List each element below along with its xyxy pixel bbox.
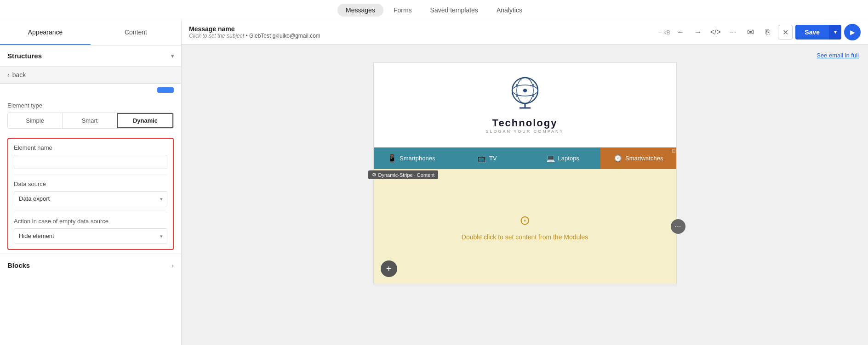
see-email-link[interactable]: See email in full	[191, 52, 859, 59]
message-subject: Click to set the subject • GlebTest gklu…	[189, 33, 655, 39]
content-area: Message name Click to set the subject • …	[182, 20, 868, 345]
sidebar: Appearance Content Structures ▾ ‹ back E…	[0, 20, 182, 345]
message-name-label: Message name	[189, 25, 655, 33]
send-test-button[interactable]: ✉	[743, 25, 758, 40]
logo-text: Technology	[383, 117, 667, 129]
blocks-label: Blocks	[7, 261, 30, 269]
click-subject-text[interactable]: Click to set the subject	[189, 33, 244, 39]
structures-label: Structures	[7, 52, 42, 60]
blocks-section-header[interactable]: Blocks ›	[0, 254, 181, 277]
type-dynamic-button[interactable]: Dynamic	[117, 113, 173, 128]
data-source-select[interactable]: Data export	[14, 191, 167, 206]
email-logo-section: Technology SLOGAN YOUR COMPANY	[374, 63, 676, 147]
code-button[interactable]: </>	[708, 25, 723, 40]
svg-point-7	[532, 84, 534, 86]
type-simple-button[interactable]: Simple	[8, 113, 63, 128]
laptops-label: Laptops	[558, 155, 579, 162]
nav-item-smartwatches[interactable]: ⌚ Smartwatches ⊡	[600, 147, 676, 169]
element-type-buttons: Simple Smart Dynamic	[7, 113, 174, 129]
element-type-section: Element type Simple Smart Dynamic	[0, 96, 181, 134]
sender-text: GlebTest gkluiko@gmail.com	[249, 33, 320, 39]
sidebar-tabs: Appearance Content	[0, 20, 181, 45]
structures-section-header[interactable]: Structures ▾	[0, 45, 181, 67]
dynamic-badge-text: Dynamic-Stripe · Content	[378, 172, 435, 178]
laptops-icon: 💻	[546, 154, 555, 163]
svg-point-9	[532, 95, 534, 97]
copy-button[interactable]: ⎘	[760, 25, 775, 40]
partial-blue-button[interactable]	[157, 87, 174, 93]
canvas-area: See email in full	[182, 45, 868, 345]
top-navigation: Messages Forms Saved templates Analytics	[0, 0, 868, 20]
email-content-placeholder[interactable]: ⊙ Double click to set content from the M…	[374, 169, 676, 284]
action-empty-wrap: Hide element ▾	[14, 228, 167, 243]
svg-point-6	[516, 84, 518, 86]
tab-messages[interactable]: Messages	[337, 4, 383, 17]
tab-forms[interactable]: Forms	[385, 4, 420, 17]
action-empty-label: Action in case of empty data source	[14, 218, 167, 225]
logo-image	[507, 77, 543, 113]
main-layout: Appearance Content Structures ▾ ‹ back E…	[0, 20, 868, 345]
undo-button[interactable]: ←	[673, 25, 688, 40]
back-label: back	[12, 71, 26, 79]
save-button-group: Save ▾	[795, 25, 841, 40]
action-empty-select[interactable]: Hide element	[14, 228, 167, 243]
smartphones-label: Smartphones	[400, 155, 435, 162]
email-preview: Technology SLOGAN YOUR COMPANY 📱 Smartph…	[373, 62, 677, 284]
content-placeholder-text: Double click to set content from the Mod…	[462, 233, 588, 241]
add-fab-button[interactable]: +	[381, 260, 397, 277]
cursor-icon: ⊙	[520, 213, 530, 228]
nav-item-tv[interactable]: 📺 TV	[449, 147, 525, 169]
play-button[interactable]: ▶	[844, 24, 861, 40]
nav-strip-wrap: 📱 Smartphones 📺 TV 💻 Laptops	[374, 147, 676, 169]
email-nav-strip: 📱 Smartphones 📺 TV 💻 Laptops	[374, 147, 676, 169]
nav-item-smartphones[interactable]: 📱 Smartphones	[374, 147, 450, 169]
element-name-label: Element name	[14, 144, 167, 151]
email-wrapper: Technology SLOGAN YOUR COMPANY 📱 Smartph…	[373, 62, 677, 284]
svg-point-3	[523, 89, 527, 92]
blocks-chevron-icon: ›	[171, 262, 174, 269]
tv-icon: 📺	[477, 154, 486, 163]
gear-icon: ⚙	[372, 172, 377, 178]
dynamic-stripe-badge: ⚙ Dynamic-Stripe · Content	[368, 170, 439, 179]
back-button[interactable]: ‹ back	[0, 67, 181, 84]
back-icon: ‹	[7, 71, 10, 79]
smartwatches-label: Smartwatches	[625, 155, 663, 162]
smartwatches-edit-icon: ⊡	[672, 148, 675, 153]
close-button[interactable]: ✕	[778, 25, 793, 40]
sidebar-tab-content[interactable]: Content	[91, 20, 181, 45]
toolbar: Message name Click to set the subject • …	[182, 20, 868, 45]
toolbar-left: Message name Click to set the subject • …	[189, 25, 655, 39]
sender-separator: •	[246, 33, 249, 39]
tab-analytics[interactable]: Analytics	[488, 4, 531, 17]
element-name-input[interactable]	[14, 155, 167, 169]
data-source-label: Data source	[14, 181, 167, 187]
sidebar-tab-appearance[interactable]: Appearance	[0, 20, 91, 45]
partial-top-area	[0, 84, 181, 96]
structures-chevron-icon: ▾	[171, 53, 174, 59]
toolbar-right: – kB ← → </> ··· ✉ ⎘ ✕ Save ▾ ▶	[658, 24, 861, 40]
smartphones-icon: 📱	[388, 154, 397, 163]
more-fab-button[interactable]: ···	[671, 219, 685, 234]
divider-2	[14, 212, 167, 212]
data-source-wrap: Data export ▾	[14, 191, 167, 206]
svg-point-8	[516, 95, 518, 97]
logo-slogan: SLOGAN YOUR COMPANY	[383, 129, 667, 134]
nav-item-laptops[interactable]: 💻 Laptops	[525, 147, 601, 169]
redo-button[interactable]: →	[691, 25, 705, 40]
save-dropdown-button[interactable]: ▾	[829, 25, 841, 40]
type-smart-button[interactable]: Smart	[63, 113, 117, 128]
tab-saved-templates[interactable]: Saved templates	[422, 4, 486, 17]
tv-label: TV	[489, 155, 497, 162]
more-options-button[interactable]: ···	[725, 25, 740, 40]
element-config-box: Element name Data source Data export ▾ A…	[7, 138, 174, 250]
smartwatches-icon: ⌚	[613, 154, 622, 163]
top-nav-tabs: Messages Forms Saved templates Analytics	[337, 4, 531, 17]
divider-1	[14, 175, 167, 175]
save-main-button[interactable]: Save	[795, 25, 829, 40]
size-label: – kB	[658, 29, 670, 36]
element-type-label: Element type	[7, 102, 174, 109]
